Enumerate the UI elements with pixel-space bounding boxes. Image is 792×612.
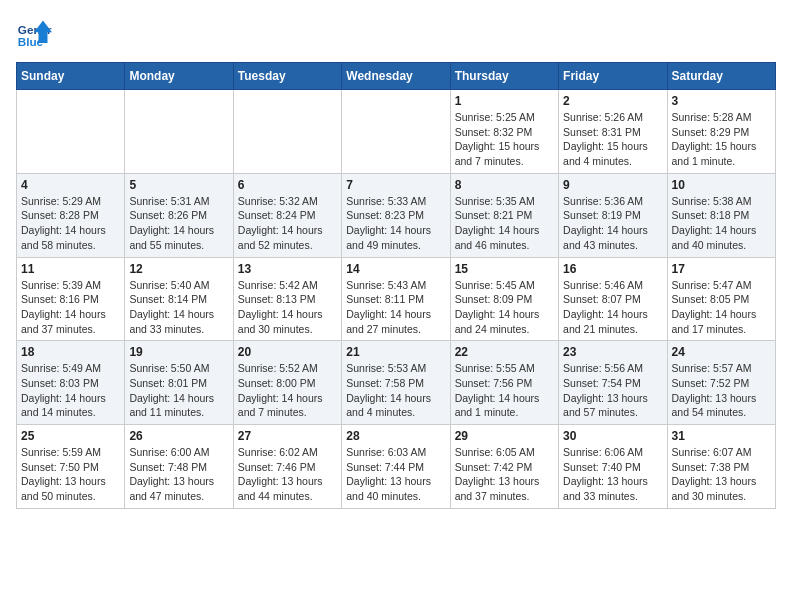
weekday-header-sunday: Sunday: [17, 63, 125, 90]
day-cell: 2Sunrise: 5:26 AM Sunset: 8:31 PM Daylig…: [559, 90, 667, 174]
day-cell: 1Sunrise: 5:25 AM Sunset: 8:32 PM Daylig…: [450, 90, 558, 174]
day-cell: 12Sunrise: 5:40 AM Sunset: 8:14 PM Dayli…: [125, 257, 233, 341]
day-number: 14: [346, 262, 445, 276]
day-cell: 5Sunrise: 5:31 AM Sunset: 8:26 PM Daylig…: [125, 173, 233, 257]
day-cell: 26Sunrise: 6:00 AM Sunset: 7:48 PM Dayli…: [125, 425, 233, 509]
logo-icon: General Blue: [16, 16, 52, 52]
day-cell: 8Sunrise: 5:35 AM Sunset: 8:21 PM Daylig…: [450, 173, 558, 257]
day-info: Sunrise: 5:57 AM Sunset: 7:52 PM Dayligh…: [672, 361, 771, 420]
week-row-4: 18Sunrise: 5:49 AM Sunset: 8:03 PM Dayli…: [17, 341, 776, 425]
day-number: 4: [21, 178, 120, 192]
day-cell: 9Sunrise: 5:36 AM Sunset: 8:19 PM Daylig…: [559, 173, 667, 257]
day-number: 30: [563, 429, 662, 443]
day-info: Sunrise: 5:45 AM Sunset: 8:09 PM Dayligh…: [455, 278, 554, 337]
day-number: 2: [563, 94, 662, 108]
logo: General Blue: [16, 16, 52, 52]
day-cell: 25Sunrise: 5:59 AM Sunset: 7:50 PM Dayli…: [17, 425, 125, 509]
weekday-header-thursday: Thursday: [450, 63, 558, 90]
day-info: Sunrise: 5:39 AM Sunset: 8:16 PM Dayligh…: [21, 278, 120, 337]
day-number: 18: [21, 345, 120, 359]
day-number: 25: [21, 429, 120, 443]
day-info: Sunrise: 5:47 AM Sunset: 8:05 PM Dayligh…: [672, 278, 771, 337]
weekday-header-tuesday: Tuesday: [233, 63, 341, 90]
day-cell: 10Sunrise: 5:38 AM Sunset: 8:18 PM Dayli…: [667, 173, 775, 257]
day-number: 7: [346, 178, 445, 192]
day-number: 22: [455, 345, 554, 359]
day-info: Sunrise: 5:52 AM Sunset: 8:00 PM Dayligh…: [238, 361, 337, 420]
day-number: 19: [129, 345, 228, 359]
day-number: 13: [238, 262, 337, 276]
day-cell: 6Sunrise: 5:32 AM Sunset: 8:24 PM Daylig…: [233, 173, 341, 257]
day-cell: 13Sunrise: 5:42 AM Sunset: 8:13 PM Dayli…: [233, 257, 341, 341]
day-number: 15: [455, 262, 554, 276]
day-cell: [17, 90, 125, 174]
day-info: Sunrise: 5:40 AM Sunset: 8:14 PM Dayligh…: [129, 278, 228, 337]
day-cell: 27Sunrise: 6:02 AM Sunset: 7:46 PM Dayli…: [233, 425, 341, 509]
day-cell: 7Sunrise: 5:33 AM Sunset: 8:23 PM Daylig…: [342, 173, 450, 257]
day-number: 8: [455, 178, 554, 192]
day-cell: [233, 90, 341, 174]
week-row-2: 4Sunrise: 5:29 AM Sunset: 8:28 PM Daylig…: [17, 173, 776, 257]
day-info: Sunrise: 6:07 AM Sunset: 7:38 PM Dayligh…: [672, 445, 771, 504]
day-number: 23: [563, 345, 662, 359]
day-cell: 4Sunrise: 5:29 AM Sunset: 8:28 PM Daylig…: [17, 173, 125, 257]
day-info: Sunrise: 5:28 AM Sunset: 8:29 PM Dayligh…: [672, 110, 771, 169]
day-number: 12: [129, 262, 228, 276]
day-cell: 30Sunrise: 6:06 AM Sunset: 7:40 PM Dayli…: [559, 425, 667, 509]
week-row-5: 25Sunrise: 5:59 AM Sunset: 7:50 PM Dayli…: [17, 425, 776, 509]
day-number: 1: [455, 94, 554, 108]
day-info: Sunrise: 5:35 AM Sunset: 8:21 PM Dayligh…: [455, 194, 554, 253]
day-number: 26: [129, 429, 228, 443]
day-info: Sunrise: 5:56 AM Sunset: 7:54 PM Dayligh…: [563, 361, 662, 420]
day-info: Sunrise: 5:53 AM Sunset: 7:58 PM Dayligh…: [346, 361, 445, 420]
weekday-header-monday: Monday: [125, 63, 233, 90]
day-info: Sunrise: 5:55 AM Sunset: 7:56 PM Dayligh…: [455, 361, 554, 420]
day-info: Sunrise: 5:25 AM Sunset: 8:32 PM Dayligh…: [455, 110, 554, 169]
day-cell: 29Sunrise: 6:05 AM Sunset: 7:42 PM Dayli…: [450, 425, 558, 509]
day-info: Sunrise: 5:29 AM Sunset: 8:28 PM Dayligh…: [21, 194, 120, 253]
weekday-header-friday: Friday: [559, 63, 667, 90]
day-cell: 21Sunrise: 5:53 AM Sunset: 7:58 PM Dayli…: [342, 341, 450, 425]
day-cell: [125, 90, 233, 174]
day-number: 9: [563, 178, 662, 192]
day-cell: 14Sunrise: 5:43 AM Sunset: 8:11 PM Dayli…: [342, 257, 450, 341]
day-cell: 23Sunrise: 5:56 AM Sunset: 7:54 PM Dayli…: [559, 341, 667, 425]
weekday-header-saturday: Saturday: [667, 63, 775, 90]
day-cell: 22Sunrise: 5:55 AM Sunset: 7:56 PM Dayli…: [450, 341, 558, 425]
day-info: Sunrise: 5:49 AM Sunset: 8:03 PM Dayligh…: [21, 361, 120, 420]
day-number: 31: [672, 429, 771, 443]
day-info: Sunrise: 6:06 AM Sunset: 7:40 PM Dayligh…: [563, 445, 662, 504]
day-info: Sunrise: 5:59 AM Sunset: 7:50 PM Dayligh…: [21, 445, 120, 504]
day-cell: 3Sunrise: 5:28 AM Sunset: 8:29 PM Daylig…: [667, 90, 775, 174]
day-number: 11: [21, 262, 120, 276]
day-cell: 15Sunrise: 5:45 AM Sunset: 8:09 PM Dayli…: [450, 257, 558, 341]
day-info: Sunrise: 5:33 AM Sunset: 8:23 PM Dayligh…: [346, 194, 445, 253]
day-cell: 20Sunrise: 5:52 AM Sunset: 8:00 PM Dayli…: [233, 341, 341, 425]
day-info: Sunrise: 5:38 AM Sunset: 8:18 PM Dayligh…: [672, 194, 771, 253]
day-number: 21: [346, 345, 445, 359]
week-row-1: 1Sunrise: 5:25 AM Sunset: 8:32 PM Daylig…: [17, 90, 776, 174]
day-cell: 28Sunrise: 6:03 AM Sunset: 7:44 PM Dayli…: [342, 425, 450, 509]
day-number: 16: [563, 262, 662, 276]
day-number: 24: [672, 345, 771, 359]
day-cell: 18Sunrise: 5:49 AM Sunset: 8:03 PM Dayli…: [17, 341, 125, 425]
day-cell: 16Sunrise: 5:46 AM Sunset: 8:07 PM Dayli…: [559, 257, 667, 341]
day-info: Sunrise: 6:05 AM Sunset: 7:42 PM Dayligh…: [455, 445, 554, 504]
day-cell: 24Sunrise: 5:57 AM Sunset: 7:52 PM Dayli…: [667, 341, 775, 425]
day-info: Sunrise: 5:31 AM Sunset: 8:26 PM Dayligh…: [129, 194, 228, 253]
day-info: Sunrise: 5:42 AM Sunset: 8:13 PM Dayligh…: [238, 278, 337, 337]
day-number: 10: [672, 178, 771, 192]
day-number: 29: [455, 429, 554, 443]
day-number: 5: [129, 178, 228, 192]
day-cell: 31Sunrise: 6:07 AM Sunset: 7:38 PM Dayli…: [667, 425, 775, 509]
weekday-header-wednesday: Wednesday: [342, 63, 450, 90]
day-number: 28: [346, 429, 445, 443]
day-number: 3: [672, 94, 771, 108]
day-number: 17: [672, 262, 771, 276]
day-number: 6: [238, 178, 337, 192]
day-cell: [342, 90, 450, 174]
calendar: SundayMondayTuesdayWednesdayThursdayFrid…: [16, 62, 776, 509]
day-number: 20: [238, 345, 337, 359]
day-info: Sunrise: 5:32 AM Sunset: 8:24 PM Dayligh…: [238, 194, 337, 253]
day-cell: 19Sunrise: 5:50 AM Sunset: 8:01 PM Dayli…: [125, 341, 233, 425]
